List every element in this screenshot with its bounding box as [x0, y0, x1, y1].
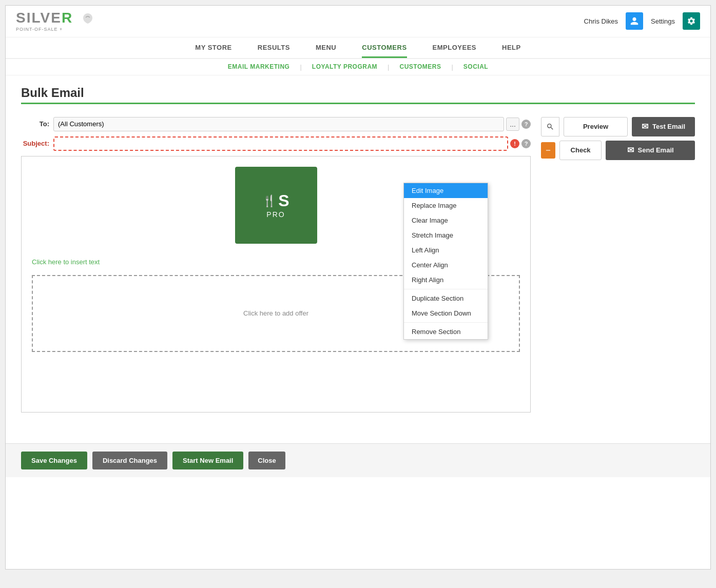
context-menu-right-align[interactable]: Right Align — [404, 272, 488, 287]
send-email-label: Send Email — [638, 146, 674, 154]
context-menu-move-section-down[interactable]: Move Section Down — [404, 306, 488, 321]
offer-placeholder-text: Click here to add offer — [243, 309, 308, 317]
search-icon[interactable] — [541, 117, 559, 136]
check-button[interactable]: Check — [559, 141, 602, 160]
context-menu-replace-image[interactable]: Replace Image — [404, 198, 488, 213]
mail-icon-test: ✉ — [642, 122, 648, 131]
context-menu-edit-image[interactable]: Edit Image — [404, 183, 488, 198]
subject-warning-icon: ! — [510, 139, 519, 148]
context-menu-center-align[interactable]: Center Align — [404, 258, 488, 272]
check-label: Check — [571, 146, 591, 154]
green-divider — [21, 103, 695, 104]
settings-icon[interactable] — [683, 12, 700, 30]
subject-help-icon[interactable]: ? — [521, 139, 531, 148]
context-menu-separator — [404, 289, 488, 289]
to-label: To: — [21, 120, 49, 128]
nav-employees[interactable]: EMPLOYEES — [433, 44, 476, 58]
mail-icon-send: ✉ — [627, 145, 634, 155]
user-profile-icon[interactable] — [626, 12, 643, 30]
logo-subtitle: POINT-OF-SALE + — [16, 27, 63, 32]
nav-results[interactable]: RESULTS — [258, 44, 290, 58]
context-menu: Edit Image Replace Image Clear Image Str… — [403, 183, 488, 340]
nav-my-store[interactable]: MY STORE — [195, 44, 231, 58]
context-menu-duplicate-section[interactable]: Duplicate Section — [404, 291, 488, 306]
subnav-email-marketing[interactable]: EMAIL MARKETING — [218, 63, 300, 71]
context-menu-left-align[interactable]: Left Align — [404, 243, 488, 258]
subnav-loyalty-program[interactable]: LOYALTY PROGRAM — [302, 63, 388, 71]
send-email-button[interactable]: ✉ Send Email — [606, 141, 695, 160]
sub-navigation: EMAIL MARKETING | LOYALTY PROGRAM | CUST… — [6, 59, 710, 75]
orange-action-button[interactable] — [541, 142, 555, 159]
subnav-social[interactable]: SOCIAL — [453, 63, 498, 71]
test-email-label: Test Email — [652, 123, 685, 130]
logo: SILVER POINT-OF-SALE + — [16, 11, 95, 32]
context-menu-separator-2 — [404, 322, 488, 323]
nav-customers[interactable]: CUSTOMERS — [362, 44, 407, 58]
main-navigation: MY STORE RESULTS MENU CUSTOMERS EMPLOYEE… — [6, 37, 710, 59]
to-help-icon[interactable]: ? — [521, 120, 531, 129]
save-changes-button[interactable]: Save Changes — [21, 452, 87, 469]
context-menu-stretch-image[interactable]: Stretch Image — [404, 228, 488, 243]
test-email-button[interactable]: ✉ Test Email — [632, 117, 695, 136]
preview-label: Preview — [583, 123, 608, 130]
subject-input[interactable] — [53, 136, 508, 151]
logo-text: SILVER — [16, 11, 95, 26]
to-browse-button[interactable]: ... — [506, 117, 519, 131]
bottom-toolbar: Save Changes Discard Changes Start New E… — [6, 443, 710, 477]
logo-pro: PRO — [266, 210, 285, 219]
to-input[interactable] — [53, 117, 504, 131]
context-menu-remove-section[interactable]: Remove Section — [404, 324, 488, 339]
settings-label: Settings — [651, 17, 675, 25]
close-button[interactable]: Close — [248, 452, 285, 469]
user-name: Chris Dikes — [584, 17, 618, 25]
discard-changes-button[interactable]: Discard Changes — [92, 452, 167, 469]
nav-menu[interactable]: MENU — [316, 44, 336, 58]
start-new-email-button[interactable]: Start New Email — [172, 452, 243, 469]
context-menu-clear-image[interactable]: Clear Image — [404, 213, 488, 228]
email-logo-image[interactable]: 🍴 S PRO — [235, 167, 317, 244]
subject-label: Subject: — [21, 140, 49, 147]
subnav-customers[interactable]: CUSTOMERS — [390, 63, 452, 71]
preview-button[interactable]: Preview — [564, 117, 628, 136]
page-title: Bulk Email — [21, 86, 695, 100]
nav-help[interactable]: HELP — [502, 44, 521, 58]
logo-s: S — [278, 191, 289, 210]
